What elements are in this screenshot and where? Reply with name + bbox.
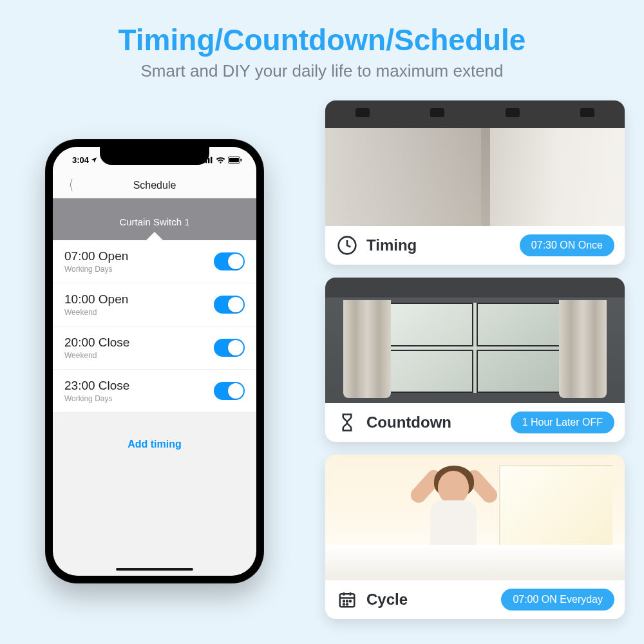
schedule-subtitle: Weekend bbox=[64, 351, 129, 360]
schedule-toggle[interactable] bbox=[214, 296, 245, 314]
cycle-scene bbox=[325, 455, 625, 580]
schedule-subtitle: Working Days bbox=[64, 265, 128, 274]
card-badge: 07:00 ON Everyday bbox=[501, 589, 614, 611]
battery-icon bbox=[228, 156, 242, 164]
timing-scene bbox=[325, 100, 625, 226]
svg-rect-2 bbox=[208, 158, 209, 163]
schedule-label: 07:00 Open bbox=[64, 249, 128, 263]
screen-title: Schedule bbox=[53, 180, 256, 191]
schedule-label: 10:00 Open bbox=[64, 292, 128, 307]
wifi-icon bbox=[216, 156, 225, 164]
schedule-toggle[interactable] bbox=[214, 382, 245, 400]
schedule-item[interactable]: 20:00 Close Weekend bbox=[53, 327, 256, 370]
device-name: Curtain Switch 1 bbox=[119, 216, 189, 227]
svg-point-13 bbox=[346, 604, 348, 605]
card-bar: Countdown 1 Hour Later OFF bbox=[325, 403, 625, 442]
schedule-toggle[interactable] bbox=[214, 339, 245, 357]
schedule-item[interactable]: 07:00 Open Working Days bbox=[53, 240, 256, 283]
add-timing-button[interactable]: Add timing bbox=[53, 413, 256, 463]
feature-cards: Timing 07:30 ON Once Countdown 1 Hour La… bbox=[325, 100, 625, 619]
page-subtitle: Smart and DIY your daily life to maximum… bbox=[0, 61, 644, 81]
schedule-item[interactable]: 23:00 Close Working Days bbox=[53, 370, 256, 413]
app-header: 〈 Schedule bbox=[53, 173, 256, 198]
clock-icon bbox=[336, 234, 359, 257]
status-time-area: 3:04 bbox=[72, 155, 97, 165]
page-header: Timing/Countdown/Schedule Smart and DIY … bbox=[0, 0, 644, 81]
svg-rect-6 bbox=[240, 158, 242, 161]
location-icon bbox=[91, 156, 97, 163]
svg-point-10 bbox=[346, 601, 348, 602]
home-indicator[interactable] bbox=[116, 568, 193, 571]
svg-point-11 bbox=[350, 601, 351, 602]
countdown-card: Countdown 1 Hour Later OFF bbox=[325, 278, 625, 442]
card-bar: Cycle 07:00 ON Everyday bbox=[325, 580, 625, 619]
schedule-subtitle: Weekend bbox=[64, 308, 128, 317]
svg-point-12 bbox=[343, 604, 345, 605]
status-icons bbox=[203, 156, 242, 164]
svg-point-9 bbox=[343, 601, 345, 602]
countdown-scene bbox=[325, 278, 625, 403]
card-label: Countdown bbox=[366, 413, 503, 431]
schedule-toggle[interactable] bbox=[214, 252, 245, 270]
schedule-label: 20:00 Close bbox=[64, 336, 129, 350]
schedule-list: 07:00 Open Working Days 10:00 Open Weeke… bbox=[53, 240, 256, 413]
device-tab[interactable]: Curtain Switch 1 bbox=[53, 198, 256, 240]
phone-screen: 3:04 〈 bbox=[53, 147, 256, 576]
card-label: Cycle bbox=[366, 591, 493, 609]
schedule-subtitle: Working Days bbox=[64, 394, 129, 403]
calendar-icon bbox=[336, 588, 359, 611]
cycle-card: Cycle 07:00 ON Everyday bbox=[325, 455, 625, 619]
phone-frame: 3:04 〈 bbox=[45, 139, 264, 583]
card-badge: 07:30 ON Once bbox=[520, 234, 614, 256]
page-title: Timing/Countdown/Schedule bbox=[0, 23, 644, 57]
content-area: 3:04 〈 bbox=[0, 100, 644, 635]
schedule-label: 23:00 Close bbox=[64, 379, 129, 393]
phone-notch bbox=[100, 147, 209, 165]
schedule-item[interactable]: 10:00 Open Weekend bbox=[53, 283, 256, 327]
card-label: Timing bbox=[366, 236, 512, 254]
status-time: 3:04 bbox=[72, 155, 89, 165]
timing-card: Timing 07:30 ON Once bbox=[325, 100, 625, 265]
card-badge: 1 Hour Later OFF bbox=[511, 412, 614, 433]
hourglass-icon bbox=[336, 411, 359, 434]
card-bar: Timing 07:30 ON Once bbox=[325, 226, 625, 265]
back-button[interactable]: 〈 bbox=[64, 176, 73, 195]
svg-rect-3 bbox=[211, 156, 212, 163]
svg-rect-5 bbox=[229, 158, 239, 162]
